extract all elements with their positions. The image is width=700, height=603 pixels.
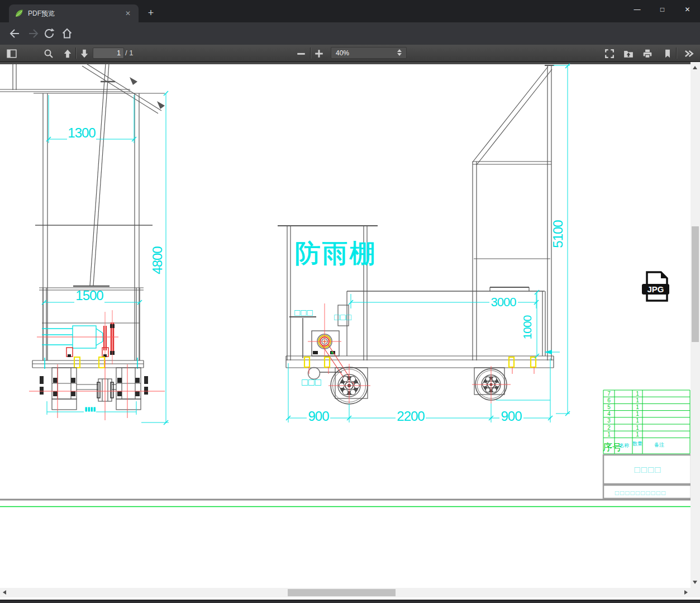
- browser-window: PDF预览 ✕ + — □ ✕ loc: [0, 0, 700, 603]
- sidebar-toggle-button[interactable]: [7, 49, 17, 59]
- window-controls: — □ ✕: [625, 0, 700, 19]
- svg-text:1: 1: [636, 411, 639, 417]
- side-view-structure: [278, 65, 554, 398]
- svg-text:6: 6: [607, 397, 611, 403]
- toolbar-divider: [310, 48, 311, 59]
- previous-page-button[interactable]: [63, 49, 73, 59]
- scroll-down-arrow[interactable]: [693, 581, 697, 584]
- zoom-in-button[interactable]: [314, 49, 324, 59]
- presentation-mode-button[interactable]: [604, 49, 615, 59]
- window-bottom-edge: [0, 600, 700, 603]
- page-number-input[interactable]: [93, 48, 124, 59]
- scrollbar-corner: [691, 588, 700, 597]
- front-view-motor: [42, 326, 137, 369]
- toolbar-divider: [676, 48, 677, 59]
- toolbar-divider: [75, 48, 77, 59]
- bom-table-rows: 71 61 51 41 31 21 11: [607, 391, 639, 438]
- small-label-1: □□□: [294, 307, 313, 318]
- dim-5100: 5100: [550, 220, 565, 248]
- svg-text:3: 3: [607, 417, 611, 424]
- horizontal-scrollbar-thumb[interactable]: [288, 589, 396, 596]
- small-label-2: □□□: [334, 312, 352, 322]
- front-view-structure: [0, 63, 165, 368]
- page-total-label: / 1: [125, 49, 133, 57]
- bom-header-qty: 数量: [632, 441, 642, 447]
- open-file-button[interactable]: [623, 49, 634, 59]
- scroll-up-arrow[interactable]: [693, 66, 697, 69]
- doc-title-glyphs: □□□□: [634, 464, 661, 475]
- address-toolbar: localhost:8012/onlinePreview?url=http%3A…: [0, 22, 700, 45]
- small-label-3: □□□: [302, 377, 322, 388]
- reload-button[interactable]: [42, 27, 56, 40]
- side-view-rear-wheel: [472, 366, 511, 403]
- new-tab-button[interactable]: +: [144, 7, 158, 20]
- front-view-wheel-flanges: [40, 376, 148, 398]
- scroll-right-arrow[interactable]: [684, 590, 688, 595]
- svg-text:7: 7: [607, 391, 611, 397]
- bom-header-name: 名称: [619, 443, 629, 448]
- dim-3000: 3000: [491, 295, 517, 309]
- dim-1500: 1500: [75, 288, 103, 303]
- bookmark-button[interactable]: [663, 49, 673, 59]
- search-icon[interactable]: [44, 49, 54, 59]
- jpg-badge-label: JPG: [647, 284, 664, 294]
- print-button[interactable]: [642, 49, 653, 59]
- svg-text:2: 2: [607, 425, 611, 431]
- more-tools-chevrons-icon[interactable]: [684, 49, 694, 59]
- shelter-label: 防雨棚: [295, 239, 377, 268]
- dim-2200: 2200: [397, 409, 425, 424]
- minimize-button[interactable]: —: [625, 0, 650, 19]
- dim-4800: 4800: [150, 246, 165, 274]
- svg-text:1: 1: [636, 404, 639, 410]
- zoom-value: 40%: [336, 49, 349, 57]
- tab-pdf-preview[interactable]: PDF预览 ✕: [9, 4, 139, 22]
- dim-1000: 1000: [521, 315, 534, 339]
- pdf-viewport: 1300 4800 1500: [0, 62, 700, 603]
- scroll-left-arrow[interactable]: [3, 590, 6, 595]
- svg-text:1: 1: [636, 425, 639, 431]
- tab-strip: PDF预览 ✕ + — □ ✕: [0, 0, 700, 22]
- svg-text:1: 1: [607, 431, 611, 438]
- front-view-pulleys: [37, 310, 118, 364]
- spring-leaf-favicon: [15, 9, 23, 18]
- maximize-button[interactable]: □: [650, 0, 675, 19]
- dim-900-left: 900: [308, 409, 329, 424]
- svg-text:1: 1: [636, 391, 639, 397]
- zoom-select-arrows-icon: [397, 49, 402, 56]
- dim-900-right: 900: [501, 409, 522, 424]
- back-button[interactable]: [8, 27, 21, 40]
- svg-text:1: 1: [636, 397, 639, 403]
- svg-text:1: 1: [636, 417, 639, 424]
- svg-text:1: 1: [636, 431, 639, 438]
- dim-1300: 1300: [68, 125, 96, 140]
- forward-button[interactable]: [27, 27, 40, 40]
- bom-header-remark: 备注: [654, 442, 664, 448]
- cad-drawing: 1300 4800 1500: [0, 62, 691, 588]
- close-button[interactable]: ✕: [675, 0, 700, 19]
- zoom-out-button[interactable]: [296, 50, 306, 58]
- side-view-front-wheel: [328, 364, 370, 404]
- zoom-select[interactable]: 40%: [331, 47, 407, 59]
- vertical-scrollbar-thumb[interactable]: [692, 226, 699, 342]
- jpg-file-icon: JPG: [642, 272, 669, 301]
- vertical-scrollbar[interactable]: [691, 62, 700, 588]
- svg-text:4: 4: [607, 411, 611, 417]
- tab-title: PDF预览: [28, 9, 123, 18]
- home-button[interactable]: [60, 27, 74, 40]
- footer-glyphs: □□□□□□□□□□: [615, 489, 666, 497]
- horizontal-scrollbar[interactable]: [0, 588, 691, 597]
- svg-text:5: 5: [607, 404, 611, 410]
- pdf-toolbar: / 1 40%: [0, 45, 700, 62]
- next-page-button[interactable]: [79, 49, 89, 59]
- tab-close-icon[interactable]: ✕: [123, 8, 133, 18]
